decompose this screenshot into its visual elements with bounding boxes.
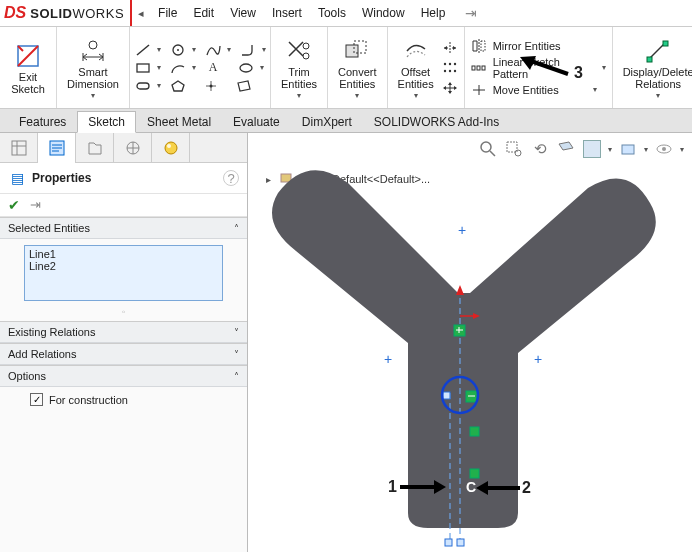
- svg-point-16: [448, 62, 450, 64]
- annotation-arrow-3: [516, 54, 572, 80]
- offset-entities-button[interactable]: Offset Entities ▾: [392, 35, 440, 100]
- arc-tool-icon[interactable]: [169, 60, 187, 76]
- polygon-tool-icon[interactable]: [169, 78, 187, 94]
- svg-marker-24: [454, 86, 457, 90]
- tab-sheet-metal[interactable]: Sheet Metal: [136, 111, 222, 132]
- ok-button[interactable]: ✔: [8, 197, 20, 213]
- options-header[interactable]: Options ˄: [0, 366, 247, 387]
- menu-edit[interactable]: Edit: [185, 0, 222, 27]
- ellipse-tool-icon[interactable]: [237, 60, 255, 76]
- display-delete-relations-button[interactable]: Display/Delete Relations ▾: [617, 35, 692, 100]
- chevron-down-icon: ˅: [234, 349, 239, 360]
- annotation-label-1: 1: [388, 478, 397, 496]
- text-tool-icon[interactable]: A: [204, 60, 222, 76]
- chevron-down-icon[interactable]: ▾: [656, 91, 660, 100]
- trim-entities-button[interactable]: Trim Entities ▾: [275, 35, 323, 100]
- menu-collapse-icon[interactable]: ◂: [132, 7, 150, 20]
- existing-relations-header[interactable]: Existing Relations ˅: [0, 322, 247, 343]
- chevron-up-icon: ˄: [234, 371, 239, 382]
- tab-features[interactable]: Features: [8, 111, 77, 132]
- smart-dimension-button[interactable]: Smart Dimension ▾: [61, 35, 125, 100]
- chevron-down-icon[interactable]: ▾: [602, 63, 606, 72]
- menu-window[interactable]: Window: [354, 0, 413, 27]
- svg-rect-4: [137, 64, 149, 72]
- panel-tab-dimxpert-manager[interactable]: [114, 133, 152, 163]
- circle-tool-icon[interactable]: [169, 42, 187, 58]
- svg-rect-29: [663, 41, 668, 46]
- menu-file[interactable]: File: [150, 0, 185, 27]
- chevron-up-icon: ˄: [234, 223, 239, 234]
- svg-point-33: [165, 142, 177, 154]
- tab-dimxpert[interactable]: DimXpert: [291, 111, 363, 132]
- smart-dimension-icon: [79, 37, 107, 65]
- tab-addins[interactable]: SOLIDWORKS Add-Ins: [363, 111, 510, 132]
- pattern-small-icon[interactable]: [442, 60, 458, 76]
- panel-tab-display-manager[interactable]: [152, 133, 190, 163]
- slot-tool-icon[interactable]: [134, 78, 152, 94]
- point-tool-icon[interactable]: [202, 78, 220, 94]
- svg-point-3: [177, 49, 179, 51]
- chevron-down-icon[interactable]: ▾: [414, 91, 418, 100]
- mirror-entities-button[interactable]: Mirror Entities: [471, 37, 561, 55]
- chevron-down-icon: ˅: [234, 327, 239, 338]
- menu-view[interactable]: View: [222, 0, 264, 27]
- svg-point-9: [303, 43, 309, 49]
- line-tool-icon[interactable]: [134, 42, 152, 58]
- chevron-down-icon[interactable]: ▾: [91, 91, 95, 100]
- menu-help[interactable]: Help: [413, 0, 454, 27]
- tab-sketch[interactable]: Sketch: [77, 111, 136, 133]
- svg-marker-13: [444, 46, 447, 50]
- graphics-area[interactable]: ⟲ ▾ ▾ ▾ ▸ Part1 (Default<<Default>... + …: [248, 133, 692, 552]
- fillet-tool-icon[interactable]: [239, 42, 257, 58]
- trim-entities-icon: [285, 37, 313, 65]
- resize-grip-icon[interactable]: ◦: [0, 306, 247, 317]
- for-construction-checkbox[interactable]: ✓ For construction: [10, 391, 237, 408]
- ds-logo-icon: DS: [4, 4, 26, 22]
- exit-sketch-icon: [14, 42, 42, 70]
- svg-rect-6: [137, 83, 149, 89]
- sketch-tools-group: ▾ ▾ ▾ ▾ ▾ ▾ A ▾ ▾: [134, 40, 266, 96]
- svg-rect-52: [445, 539, 452, 546]
- annotation-arrow-1: [398, 475, 448, 497]
- add-relations-header[interactable]: Add Relations ˅: [0, 344, 247, 365]
- relations-icon: [644, 37, 672, 65]
- menu-tools[interactable]: Tools: [310, 0, 354, 27]
- panel-tab-config-manager[interactable]: [76, 133, 114, 163]
- list-item[interactable]: Line1: [27, 248, 220, 260]
- panel-tab-property-manager[interactable]: [38, 133, 76, 163]
- spline-tool-icon[interactable]: [204, 42, 222, 58]
- chevron-down-icon[interactable]: ▾: [355, 91, 359, 100]
- chevron-down-icon[interactable]: ▾: [297, 91, 301, 100]
- svg-rect-26: [477, 66, 480, 70]
- pushpin-icon[interactable]: ⇥: [30, 197, 41, 213]
- svg-marker-22: [448, 91, 452, 94]
- pin-menu-icon[interactable]: ⇥: [465, 5, 477, 21]
- selected-entities-list[interactable]: Line1 Line2: [24, 245, 223, 301]
- panel-tab-feature-manager[interactable]: [0, 133, 38, 163]
- menu-insert[interactable]: Insert: [264, 0, 310, 27]
- move-entities-button[interactable]: Move Entities ▾: [471, 81, 597, 99]
- plane-tool-icon[interactable]: [235, 78, 253, 94]
- app-logo: DS SOLIDWORKS: [0, 0, 132, 26]
- panel-title: Properties: [32, 171, 91, 185]
- annotation-label-c: C: [466, 479, 476, 495]
- selected-entities-header[interactable]: Selected Entities ˄: [0, 218, 247, 239]
- svg-point-18: [443, 69, 445, 71]
- mirror-icon: [471, 38, 487, 54]
- offset-entities-icon: [402, 37, 430, 65]
- exit-sketch-button[interactable]: Exit Sketch: [4, 40, 52, 95]
- annotation-label-3: 3: [574, 64, 583, 82]
- svg-marker-14: [453, 46, 456, 50]
- svg-rect-49: [470, 427, 479, 436]
- properties-icon: ▤: [8, 169, 26, 187]
- mirror-small-icon[interactable]: [442, 40, 458, 56]
- convert-entities-button[interactable]: Convert Entities ▾: [332, 35, 383, 100]
- linear-pattern-icon: [471, 60, 487, 76]
- annotation-label-2: 2: [522, 479, 531, 497]
- move-small-icon[interactable]: [442, 80, 458, 96]
- chevron-down-icon[interactable]: ▾: [593, 85, 597, 94]
- tab-evaluate[interactable]: Evaluate: [222, 111, 291, 132]
- help-icon[interactable]: ?: [223, 170, 239, 186]
- rectangle-tool-icon[interactable]: [134, 60, 152, 76]
- list-item[interactable]: Line2: [27, 260, 220, 272]
